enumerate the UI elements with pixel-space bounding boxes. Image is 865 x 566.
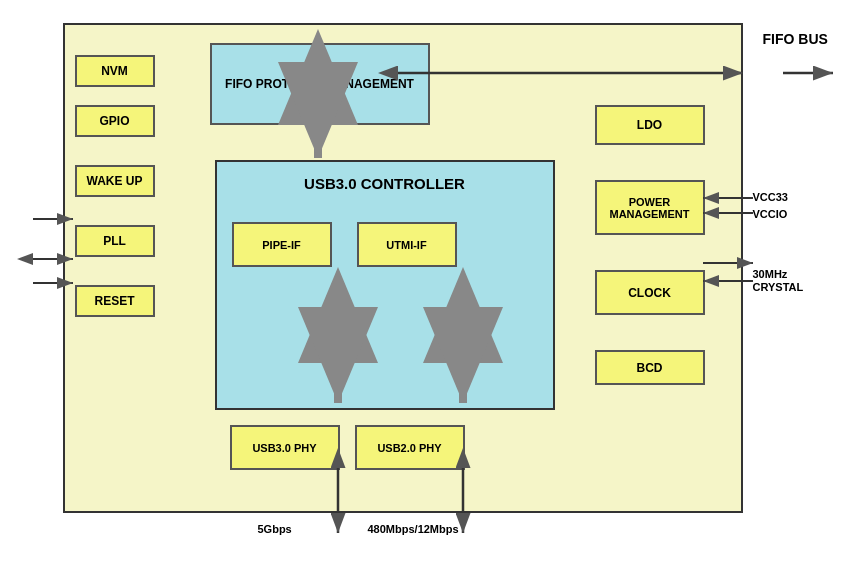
crystal-30mhz-label: 30MHz — [753, 268, 788, 280]
usb-controller-box: USB3.0 CONTROLLER PIPE-IF UTMI-IF — [215, 160, 555, 410]
speed-480mbps-label: 480Mbps/12Mbps — [368, 523, 459, 535]
fifo-box: FIFO PROTOCOL MANAGEMENT — [210, 43, 430, 125]
utmi-if-box: UTMI-IF — [357, 222, 457, 267]
fifo-bus-label: FIFO BUS — [763, 31, 828, 47]
gpio-box: GPIO — [75, 105, 155, 137]
usb3-phy-box: USB3.0 PHY — [230, 425, 340, 470]
power-management-box: POWER MANAGEMENT — [595, 180, 705, 235]
vccio-label: VCCIO — [753, 208, 788, 220]
chip-boundary: FIFO PROTOCOL MANAGEMENT USB3.0 CONTROLL… — [63, 23, 743, 513]
crystal-label: CRYSTAL — [753, 281, 804, 293]
usb2-phy-box: USB2.0 PHY — [355, 425, 465, 470]
reset-box: RESET — [75, 285, 155, 317]
bcd-box: BCD — [595, 350, 705, 385]
pipe-if-box: PIPE-IF — [232, 222, 332, 267]
usb-controller-label: USB3.0 CONTROLLER — [217, 162, 553, 194]
clock-box: CLOCK — [595, 270, 705, 315]
wakeup-box: WAKE UP — [75, 165, 155, 197]
vcc33-label: VCC33 — [753, 191, 788, 203]
nvm-box: NVM — [75, 55, 155, 87]
ldo-box: LDO — [595, 105, 705, 145]
fifo-label: FIFO PROTOCOL MANAGEMENT — [225, 77, 414, 91]
speed-5gbps-label: 5Gbps — [258, 523, 292, 535]
block-diagram: FIFO PROTOCOL MANAGEMENT USB3.0 CONTROLL… — [23, 13, 843, 553]
pll-box: PLL — [75, 225, 155, 257]
